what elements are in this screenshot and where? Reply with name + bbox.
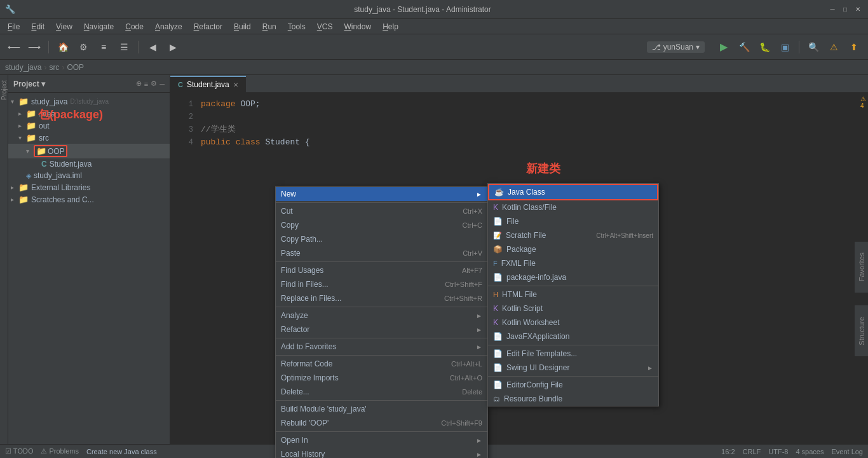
menu-window[interactable]: Window [339,21,376,32]
sub-package-info[interactable]: 📄 package-info.java [488,270,658,284]
sub-html-file[interactable]: H HTML File [488,288,658,302]
minimize-button[interactable]: ─ [827,4,837,15]
run-button[interactable]: ▶ [715,38,733,56]
tree-ext-lib[interactable]: ▸ 📁 External Libraries [8,181,170,193]
ctx-open-in[interactable]: Open In ► [276,433,487,447]
sub-java-class[interactable]: ☕ Java Class [488,184,658,200]
sub-kotlin-worksheet[interactable]: K Kotlin Worksheet [488,316,658,330]
menu-tools[interactable]: Tools [283,21,311,32]
sub-edit-templates[interactable]: 📄 Edit File Templates... [488,347,658,361]
coverage-button[interactable]: ▣ [776,38,794,56]
ctx-find-in-files[interactable]: Find in Files... Ctrl+Shift+F [276,277,487,291]
tree-oop[interactable]: ▾ 📁 OOP [8,144,170,158]
tree-iml[interactable]: ▸ ◈ study_java.iml [8,170,170,181]
ctx-paste[interactable]: Paste Ctrl+V [276,246,487,260]
menu-run[interactable]: Run [257,21,281,32]
breadcrumb-project[interactable]: study_java [5,63,41,72]
indent[interactable]: 4 spaces [796,448,824,455]
problems-button[interactable]: ⚠ Problems [41,447,79,455]
project-panel-header: Project ▾ ⊕ ≡ ⚙ ─ [8,75,170,93]
ctx-build-module[interactable]: Build Module 'study_java' [276,402,487,416]
menu-build[interactable]: Build [229,21,256,32]
minimize-project-icon[interactable]: ─ [159,80,165,88]
tree-src[interactable]: ▾ 📁 src [8,132,170,144]
ctx-refactor-label: Refactor [281,325,309,334]
toolbar-home[interactable]: 🏠 [54,38,72,56]
ctx-analyze[interactable]: Analyze ► [276,309,487,323]
toolbar-nav-back[interactable]: ◀ [144,38,161,56]
ctx-new[interactable]: New ► [276,187,487,201]
ctx-add-favorites[interactable]: Add to Favorites ► [276,340,487,354]
menu-refactor[interactable]: Refactor [189,21,227,32]
list-project-icon[interactable]: ≡ [144,80,148,88]
sub-fxml[interactable]: F FXML File [488,256,658,270]
tab-close-icon[interactable]: ✕ [233,81,238,88]
ctx-cut[interactable]: Cut Ctrl+X [276,204,487,218]
sub-javafx[interactable]: 📄 JavaFXApplication [488,330,658,344]
toolbar-back[interactable]: ⟵ [5,38,23,56]
project-panel: Project ▾ ⊕ ≡ ⚙ ─ ▾ 📁 study_java D:\stud… [8,75,170,444]
sub-kotlin-class[interactable]: K Kotlin Class/File [488,200,658,214]
menu-vcs[interactable]: VCS [312,21,338,32]
ctx-optimize-imports[interactable]: Optimize Imports Ctrl+Alt+O [276,371,487,385]
tree-idea[interactable]: ▸ 📁 .idea [8,108,170,120]
src-label: src [39,134,49,142]
ctx-delete[interactable]: Delete... Delete [276,385,487,399]
encoding[interactable]: UTF-8 [768,448,788,455]
ctx-copy-path[interactable]: Copy Path... [276,232,487,246]
maximize-button[interactable]: □ [840,4,850,15]
settings-project-icon[interactable]: ⚙ [151,80,157,88]
menu-code[interactable]: Code [120,21,149,32]
breadcrumb-oop[interactable]: OOP [67,63,84,72]
toolbar-list[interactable]: ≡ [95,38,112,56]
ctx-find-usages[interactable]: Find Usages Alt+F7 [276,263,487,277]
line-ending[interactable]: CRLF [743,448,761,455]
menu-analyze[interactable]: Analyze [150,21,187,32]
menu-view[interactable]: View [51,21,78,32]
settings-gear[interactable]: ⚠ [825,38,843,56]
tree-scratches[interactable]: ▸ 📁 Scratches and C... [8,193,170,205]
build-button[interactable]: 🔨 [735,38,753,56]
toolbar-more[interactable]: ☰ [115,38,133,56]
breadcrumb-src[interactable]: src [49,63,59,72]
favorites-tab[interactable]: Favorites [854,242,868,293]
ctx-reformat[interactable]: Reformat Code Ctrl+Alt+L [276,357,487,371]
ctx-refactor[interactable]: Refactor ► [276,323,487,337]
toolbar-settings[interactable]: ⚙ [74,38,92,56]
sub-resource-bundle[interactable]: 🗂 Resource Bundle [488,392,658,406]
kotlin-script-label: Kotlin Script [502,304,543,313]
edit-templates-label: Edit File Templates... [506,349,577,358]
tree-out[interactable]: ▸ 📁 out [8,120,170,132]
edit-tmpl-icon: 📄 [493,349,503,358]
ctx-replace-in-files[interactable]: Replace in Files... Ctrl+Shift+R [276,291,487,305]
tree-root[interactable]: ▾ 📁 study_java D:\study_java [8,95,170,108]
todo-button[interactable]: ☑ TODO [5,447,33,455]
ctx-rebuild-oop[interactable]: Rebuild 'OOP' Ctrl+Shift+F9 [276,416,487,430]
search-button[interactable]: 🔍 [804,38,822,56]
ctx-local-history[interactable]: Local History ► [276,447,487,458]
window-controls[interactable]: ─ □ ✕ [827,4,863,15]
project-side-tab[interactable]: Project [1,75,8,105]
tree-student[interactable]: ▸ C Student.java [8,158,170,170]
branch-selector[interactable]: ⎇ yunSuan ▾ [647,41,705,53]
close-button[interactable]: ✕ [853,4,863,15]
sub-file[interactable]: 📄 File [488,214,658,228]
menu-edit[interactable]: Edit [26,21,50,32]
sub-swing-ui[interactable]: 📄 Swing UI Designer ► [488,361,658,375]
update-button[interactable]: ⬆ [845,38,863,56]
add-project-icon[interactable]: ⊕ [136,80,142,88]
event-log[interactable]: Event Log [831,448,863,455]
toolbar-forward[interactable]: ⟶ [25,38,43,56]
sub-package[interactable]: 📦 Package [488,242,658,256]
sub-scratch-file[interactable]: 📝 Scratch File Ctrl+Alt+Shift+Insert [488,228,658,242]
menu-help[interactable]: Help [377,21,403,32]
ctx-copy[interactable]: Copy Ctrl+C [276,218,487,232]
sub-kotlin-script[interactable]: K Kotlin Script [488,302,658,316]
structure-tab[interactable]: Structure [854,305,868,356]
toolbar-nav-forward[interactable]: ▶ [164,38,182,56]
debug-button[interactable]: 🐛 [756,38,773,56]
tab-student-java[interactable]: C Student.java ✕ [170,76,246,92]
sub-editorconfig[interactable]: 📄 EditorConfig File [488,378,658,392]
menu-navigate[interactable]: Navigate [79,21,119,32]
menu-file[interactable]: File [3,21,25,32]
